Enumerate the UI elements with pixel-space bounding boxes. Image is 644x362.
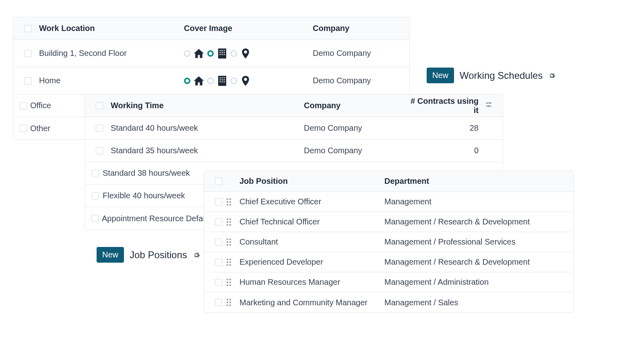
table-row[interactable]: Standard 40 hours/week Demo Company 28	[85, 117, 503, 140]
row-checkbox[interactable]	[96, 147, 103, 154]
drag-handle-icon[interactable]	[227, 259, 236, 266]
job-position-name: Chief Technical Officer	[236, 217, 381, 226]
company-name: Demo Company	[310, 76, 398, 85]
sliders-icon[interactable]	[485, 101, 492, 108]
column-contracts[interactable]: # Contracts using it	[401, 97, 482, 115]
table-row[interactable]: Other	[13, 117, 86, 140]
drag-handle-icon[interactable]	[227, 279, 236, 286]
row-checkbox[interactable]	[20, 125, 27, 132]
working-schedules-title-area: New Working Schedules	[427, 68, 555, 83]
table-row[interactable]: Consultant Management / Professional Ser…	[204, 232, 574, 252]
table-row[interactable]: Experienced Developer Management / Resea…	[204, 252, 574, 272]
company-name: Demo Company	[301, 123, 401, 133]
table-row[interactable]: Flexible 40 hours/week	[85, 185, 206, 207]
drag-handle-icon[interactable]	[227, 218, 236, 226]
new-working-schedule-button[interactable]: New	[427, 68, 454, 83]
work-location-name: Other	[27, 124, 79, 133]
company-name: Demo Company	[301, 146, 401, 155]
row-checkbox[interactable]	[215, 239, 222, 246]
drag-handle-icon[interactable]	[227, 299, 236, 306]
company-name: Demo Company	[310, 49, 398, 58]
department-name: Management / Research & Development	[381, 257, 542, 267]
map-marker-icon	[239, 47, 252, 60]
row-checkbox[interactable]	[215, 299, 222, 306]
department-name: Management / Professional Services	[381, 237, 542, 247]
working-time-name: Standard 35 hours/week	[107, 146, 301, 155]
new-job-position-button[interactable]: New	[97, 247, 124, 263]
table-row[interactable]: Standard 35 hours/week Demo Company 0	[85, 140, 503, 162]
home-icon	[193, 75, 205, 87]
job-positions-table: Job Position Department Chief Executive …	[204, 171, 574, 313]
table-row[interactable]: Home Demo Company	[13, 67, 409, 95]
drag-handle-icon[interactable]	[227, 239, 236, 246]
radio-option[interactable]	[184, 50, 190, 57]
radio-option[interactable]	[231, 78, 237, 84]
working-time-name: Standard 40 hours/week	[107, 123, 301, 133]
row-checkbox[interactable]	[24, 77, 31, 84]
row-checkbox[interactable]	[215, 218, 222, 226]
contracts-count: 28	[401, 123, 482, 133]
table-row[interactable]: Building 1, Second Floor Demo Company	[13, 40, 409, 67]
column-job-position[interactable]: Job Position	[236, 177, 381, 186]
home-icon	[193, 47, 205, 60]
table-row[interactable]: Standard 38 hours/week	[85, 162, 206, 185]
job-positions-title-area: New Job Positions	[97, 247, 200, 263]
column-cover-image[interactable]: Cover Image	[181, 24, 310, 33]
column-working-time[interactable]: Working Time	[107, 101, 301, 110]
table-row[interactable]: Chief Technical Officer Management / Res…	[204, 212, 574, 232]
work-location-name: Building 1, Second Floor	[36, 49, 181, 58]
column-department[interactable]: Department	[381, 177, 542, 186]
radio-option[interactable]	[184, 78, 190, 84]
job-position-name: Consultant	[236, 237, 381, 247]
job-position-name: Experienced Developer	[236, 257, 381, 267]
contracts-count: 0	[401, 146, 482, 155]
table-row[interactable]: Chief Executive Officer Management	[204, 192, 574, 212]
job-position-name: Marketing and Community Manager	[236, 298, 381, 307]
table-row[interactable]: Marketing and Community Manager Manageme…	[204, 292, 574, 313]
department-name: Management	[381, 197, 542, 206]
table-row[interactable]: Appointment Resource Default Calendar	[85, 207, 206, 230]
gear-icon[interactable]	[193, 251, 200, 259]
job-position-name: Human Resources Manager	[236, 278, 381, 287]
radio-option[interactable]	[207, 78, 214, 84]
column-company[interactable]: Company	[310, 24, 398, 33]
column-work-location[interactable]: Work Location	[36, 24, 181, 33]
select-all-checkbox[interactable]	[215, 178, 222, 185]
radio-option[interactable]	[231, 50, 237, 57]
row-checkbox[interactable]	[215, 198, 222, 206]
work-location-name: Home	[36, 76, 181, 85]
row-checkbox[interactable]	[96, 125, 103, 132]
column-company[interactable]: Company	[301, 101, 401, 110]
job-positions-title: Job Positions	[130, 249, 187, 261]
row-checkbox[interactable]	[20, 102, 27, 109]
radio-option[interactable]	[207, 50, 214, 57]
gear-icon[interactable]	[548, 72, 555, 79]
row-checkbox[interactable]	[215, 279, 222, 286]
row-checkbox[interactable]	[92, 170, 99, 177]
working-time-name: Appointment Resource Default Calendar	[99, 214, 206, 223]
building-icon	[216, 47, 228, 60]
row-checkbox[interactable]	[215, 259, 222, 266]
row-checkbox[interactable]	[91, 215, 99, 222]
cover-image-options	[181, 47, 310, 60]
table-row[interactable]: Office	[13, 95, 86, 117]
row-checkbox[interactable]	[92, 192, 99, 200]
select-all-checkbox[interactable]	[24, 25, 31, 32]
select-all-checkbox[interactable]	[96, 102, 103, 109]
cover-image-options	[181, 75, 310, 87]
working-schedules-title: Working Schedules	[460, 70, 543, 81]
job-positions-header: Job Position Department	[204, 171, 574, 192]
table-row[interactable]: Human Resources Manager Management / Adm…	[204, 272, 574, 292]
department-name: Management / Sales	[381, 298, 542, 307]
work-locations-header: Work Location Cover Image Company	[13, 17, 409, 40]
department-name: Management / Research & Development	[381, 217, 542, 226]
job-position-name: Chief Executive Officer	[236, 197, 381, 206]
working-times-header: Working Time Company # Contracts using i…	[85, 95, 503, 117]
building-icon	[216, 75, 228, 87]
row-checkbox[interactable]	[24, 50, 31, 57]
work-location-name: Office	[27, 101, 79, 110]
working-time-name: Standard 38 hours/week	[99, 169, 199, 178]
drag-handle-icon[interactable]	[227, 198, 236, 206]
working-time-name: Flexible 40 hours/week	[99, 191, 199, 200]
map-marker-icon	[239, 75, 252, 87]
